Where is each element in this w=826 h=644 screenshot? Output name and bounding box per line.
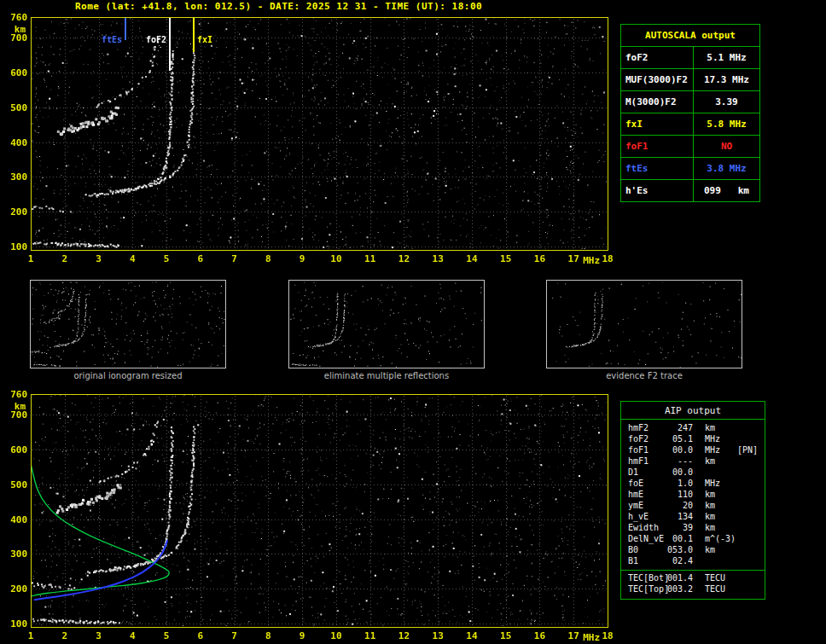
autoscala-row-value: 5.8 MHz xyxy=(694,113,759,135)
aip-row: B102.4 xyxy=(621,556,765,567)
aip-row-note xyxy=(730,512,765,523)
aip-row-value: --- xyxy=(667,456,693,467)
aip-row-value: 05.1 xyxy=(667,434,693,445)
autoscala-row-value: 5.1 MHz xyxy=(694,47,759,68)
autoscala-table-title: AUTOSCALA output xyxy=(621,25,759,46)
aip-table-title: AIP output xyxy=(621,402,765,420)
aip-row-label: h_vE xyxy=(628,512,667,523)
aip-row: Ewidth39km xyxy=(621,523,765,534)
autoscala-row: MUF(3000)F217.3 MHz xyxy=(621,68,759,90)
aip-row-label: foF2 xyxy=(628,434,667,445)
aip-row-unit: MHz xyxy=(693,434,730,445)
aip-row-unit: m^(-3) xyxy=(693,534,730,545)
thumbnail-evidence-f2 xyxy=(546,280,742,368)
autoscala-row-value: 3.8 MHz xyxy=(694,158,759,179)
aip-row-label: DelN_vE xyxy=(628,534,667,545)
aip-row-unit: km xyxy=(693,423,730,434)
page-title: Rome (lat: +41.8, lon: 012.5) - DATE: 20… xyxy=(75,1,482,12)
autoscala-row: M(3000)F23.39 xyxy=(621,90,759,113)
aip-row-unit: TECU xyxy=(693,573,730,584)
aip-output-table: AIP outputhmF2247kmfoF205.1MHzfoF100.0MH… xyxy=(620,401,765,600)
autoscala-row: foF25.1 MHz xyxy=(621,46,759,68)
autoscala-row: ftEs3.8 MHz xyxy=(621,157,759,179)
aip-row-label: hmE xyxy=(628,490,667,501)
aip-row-note xyxy=(730,479,765,490)
aip-row: DelN_vE00.1m^(-3) xyxy=(621,534,765,545)
autoscala-row-label: MUF(3000)F2 xyxy=(621,69,694,90)
aip-row-value: 110 xyxy=(667,490,693,501)
aip-row-note xyxy=(730,545,765,556)
aip-table-divider xyxy=(621,570,765,571)
thumbnail-caption-evidence: evidence F2 trace xyxy=(546,371,742,380)
aip-row-label: TEC[Bot] xyxy=(628,573,667,584)
aip-row-label: foF1 xyxy=(628,445,667,456)
aip-row: foF205.1MHz xyxy=(621,434,765,445)
autoscala-row: h'Es099 km xyxy=(621,179,759,201)
aip-row-unit: km xyxy=(693,501,730,512)
aip-row-value: 003.2 xyxy=(667,584,693,595)
autoscala-row-label: foF1 xyxy=(621,136,694,157)
aip-row-label: B0 xyxy=(628,545,667,556)
autoscala-row-label: fxI xyxy=(621,113,694,135)
autoscala-output-table: AUTOSCALA outputfoF25.1 MHzMUF(3000)F217… xyxy=(620,24,760,202)
autoscala-row-label: h'Es xyxy=(621,180,694,201)
aip-row-unit xyxy=(693,556,730,567)
aip-row: foF100.0MHz[PN] xyxy=(621,445,765,456)
aip-row-value: 00.0 xyxy=(667,467,693,479)
aip-row-label: ymE xyxy=(628,501,667,512)
aip-row-value: 39 xyxy=(667,523,693,534)
thumbnail-eliminate-multiples xyxy=(288,280,485,368)
autoscala-row-value: 099 km xyxy=(694,180,759,201)
aip-row-label: hmF2 xyxy=(628,423,667,434)
aip-row-note xyxy=(730,467,765,479)
thumbnail-caption-original: original ionogram resized xyxy=(30,371,226,380)
aip-row-label: TEC[Top] xyxy=(628,584,667,595)
aip-row-unit: km xyxy=(693,490,730,501)
aip-row-unit: km xyxy=(693,456,730,467)
aip-row-note xyxy=(730,556,765,567)
aip-ionogram-canvas xyxy=(0,389,623,644)
aip-row-value: 053.0 xyxy=(667,545,693,556)
aip-row-unit: MHz xyxy=(693,479,730,490)
aip-row-value: 134 xyxy=(667,512,693,523)
scaled-ionogram-canvas xyxy=(0,12,623,273)
aip-row-unit: km xyxy=(693,523,730,534)
aip-row-unit: MHz xyxy=(693,445,730,456)
autoscala-row-label: foF2 xyxy=(621,47,694,68)
autoscala-row: foF1NO xyxy=(621,135,759,157)
aip-row: h_vE134km xyxy=(621,512,765,523)
aip-row: TEC[Bot]001.4TECU xyxy=(621,573,765,584)
aip-row-label: B1 xyxy=(628,556,667,567)
aip-row-value: 00.1 xyxy=(667,534,693,545)
aip-row-unit: km xyxy=(693,545,730,556)
aip-row-note xyxy=(730,490,765,501)
aip-row: ymE20km xyxy=(621,501,765,512)
autoscala-row-value: NO xyxy=(694,136,759,157)
aip-row-note xyxy=(730,584,765,595)
aip-row-note xyxy=(730,573,765,584)
autoscala-row-value: 3.39 xyxy=(694,91,759,113)
aip-row-label: foE xyxy=(628,479,667,490)
aip-row-note xyxy=(730,501,765,512)
aip-row: B0053.0km xyxy=(621,545,765,556)
aip-row-note: [PN] xyxy=(730,445,765,456)
aip-row-note xyxy=(730,456,765,467)
aip-row: hmF2247km xyxy=(621,423,765,434)
aip-row-label: Ewidth xyxy=(628,523,667,534)
aip-row-value: 20 xyxy=(667,501,693,512)
aip-row-note xyxy=(730,523,765,534)
aip-row-unit: km xyxy=(693,512,730,523)
aip-row: TEC[Top]003.2TECU xyxy=(621,584,765,595)
aip-row-unit xyxy=(693,467,730,479)
autoscala-row-label: M(3000)F2 xyxy=(621,91,694,113)
thumbnail-original-ionogram xyxy=(30,280,226,368)
thumbnail-caption-eliminate: eliminate multiple reflections xyxy=(288,371,485,380)
aip-row: hmF1---km xyxy=(621,456,765,467)
aip-row-value: 247 xyxy=(667,423,693,434)
autoscala-window: Rome (lat: +41.8, lon: 012.5) - DATE: 20… xyxy=(0,0,826,644)
aip-row-note xyxy=(730,434,765,445)
aip-row: foE1.0MHz xyxy=(621,479,765,490)
aip-row: D100.0 xyxy=(621,467,765,479)
aip-row-unit: TECU xyxy=(693,584,730,595)
aip-row-value: 001.4 xyxy=(667,573,693,584)
